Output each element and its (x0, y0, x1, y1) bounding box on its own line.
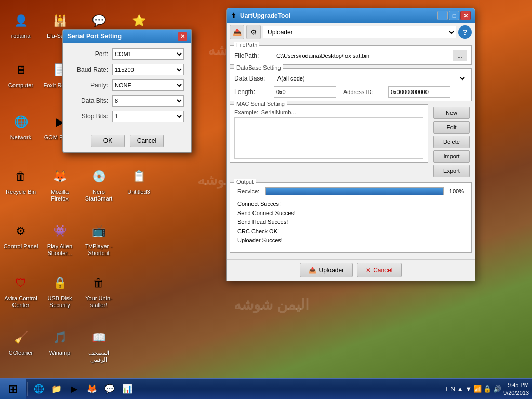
serial-cancel-button[interactable]: Cancel (130, 135, 164, 147)
filepath-input[interactable] (274, 50, 449, 61)
length-row: Length: Address ID: (234, 86, 467, 98)
alien-shooter-icon: 👾 (49, 221, 70, 242)
cancel-btn-label: Cancel (373, 267, 392, 274)
ela-salaty-icon: 🕌 (49, 10, 70, 31)
cancel-btn-icon: ✕ (366, 267, 371, 274)
length-label: Length: (234, 88, 271, 96)
volume-tray-icon[interactable]: 🔊 (493, 385, 501, 393)
port-row: Port: COM1 (71, 48, 184, 60)
security-tray-icon[interactable]: 🔒 (483, 385, 491, 393)
desktop-icon-ccleaner[interactable]: 🧹 CCleaner (3, 327, 39, 356)
desktop-icon-tvplayer[interactable]: 📺 TVPlayer - Shortcut (81, 221, 117, 257)
quran-label: المصحف الرقمي (81, 350, 117, 363)
maximize-button[interactable]: □ (449, 11, 459, 20)
desktop-icon-uninstaller[interactable]: 🗑 Your Unin-staller! (81, 273, 117, 309)
edit-button[interactable]: Edit (433, 121, 470, 134)
filepath-browse-button[interactable]: ... (453, 50, 467, 61)
help-button[interactable]: ? (458, 25, 472, 39)
mode-select[interactable]: Uploader (263, 26, 456, 38)
clock: 9:45 PM 9/20/2013 (503, 381, 529, 396)
taskbar-skype-icon[interactable]: 💬 (101, 381, 118, 397)
uploader-button[interactable]: 📤 Uploader (300, 263, 353, 277)
taskbar-divider-1 (27, 382, 28, 396)
desktop-icon-firefox[interactable]: 🦊 Mozilla Firefox (42, 166, 78, 202)
serial-dialog-close-button[interactable]: ✕ (178, 32, 187, 41)
network-label: Network (3, 134, 39, 141)
desktop-icon-alien-shooter[interactable]: 👾 Play Alien Shooter... (42, 221, 78, 257)
desktop-icon-untitled3[interactable]: 📋 Untitled3 (121, 166, 157, 195)
taskbar-folder-icon[interactable]: 📁 (48, 381, 65, 397)
parity-label: Parity: (71, 82, 108, 89)
nero-label: Nero StartSmart (81, 189, 117, 202)
database-section: DataBase Setting Data Base: A(all code) … (230, 68, 472, 101)
parity-select[interactable]: NONE (112, 79, 184, 91)
mac-section: MAC Serial Setting Example: SerialNumb..… (230, 104, 428, 163)
desktop-icon-computer[interactable]: 🖥 Computer (3, 60, 39, 89)
ccleaner-label: CCleaner (3, 350, 39, 356)
start-button[interactable]: ⊞ (0, 379, 26, 400)
alien-shooter-label: Play Alien Shooter... (42, 243, 78, 257)
uart-content: FilePath FilePath: ... DataBase Setting … (227, 42, 475, 259)
cancel-button[interactable]: ✕ Cancel (357, 263, 401, 277)
output-section-label: Output (234, 179, 256, 185)
serial-ok-button[interactable]: OK (91, 135, 125, 147)
desktop-icon-control-panel[interactable]: ⚙ Control Panel (3, 221, 39, 250)
desktop-icon-usb-security[interactable]: 🔒 USB Disk Security (42, 273, 78, 309)
rodaina-label: rodaina (3, 33, 39, 39)
recycle-bin-icon: 🗑 (10, 166, 31, 187)
parity-row: Parity: NONE (71, 79, 184, 91)
minimize-button[interactable]: ─ (437, 11, 448, 20)
stopbits-row: Stop Bits: 1 (71, 111, 184, 122)
mac-and-buttons: MAC Serial Setting Example: SerialNumb..… (230, 104, 472, 179)
firefox-label: Mozilla Firefox (42, 189, 78, 202)
arrow-up-icon: ▲ (457, 385, 463, 393)
export-button[interactable]: Export (433, 165, 470, 177)
baud-select[interactable]: 115200 (112, 64, 184, 75)
progress-bar-fill (266, 188, 443, 195)
stopbits-select[interactable]: 1 (112, 111, 184, 122)
mac-panel: MAC Serial Setting Example: SerialNumb..… (230, 104, 428, 179)
mac-list[interactable] (234, 117, 423, 159)
desktop-icon-nero[interactable]: 💿 Nero StartSmart (81, 166, 117, 202)
import-button[interactable]: Import (433, 150, 470, 163)
database-section-label: DataBase Setting (234, 64, 283, 71)
computer-icon: 🖥 (10, 60, 31, 81)
recycle-bin-label: Recycle Bin (3, 189, 39, 195)
winamp-icon: 🎵 (49, 327, 70, 348)
settings-icon-btn[interactable]: ⚙ (246, 25, 261, 39)
db-select[interactable]: A(all code) (274, 73, 467, 84)
address-input[interactable] (388, 86, 450, 98)
progress-row: Recvice: 100% (234, 185, 467, 197)
taskbar-office-icon[interactable]: 📊 (119, 381, 136, 397)
databits-select[interactable]: 8 (112, 95, 184, 107)
desktop-icon-quran[interactable]: 📖 المصحف الرقمي (81, 327, 117, 363)
taskbar: ⊞ 🌐 📁 ▶ 🦊 💬 📊 EN ▲ ▼ 📶 🔒 🔊 9:45 PM 9/20/… (0, 378, 532, 399)
desktop-icon-rodaina[interactable]: 👤 rodaina (3, 10, 39, 39)
taskbar-firefox-icon[interactable]: 🦊 (84, 381, 100, 397)
desktop-icon-network[interactable]: 🌐 Network (3, 112, 39, 141)
desktop-icon-avira[interactable]: 🛡 Avira Control Center (3, 273, 39, 309)
new-button[interactable]: New (433, 107, 470, 119)
untitled3-icon: 📋 (128, 166, 149, 187)
usb-security-icon: 🔒 (49, 273, 70, 294)
delete-button[interactable]: Delete (433, 136, 470, 148)
lang-indicator[interactable]: EN (446, 385, 455, 393)
upload-icon-btn[interactable]: 📤 (230, 25, 244, 39)
taskbar-ie-icon[interactable]: 🌐 (31, 381, 47, 397)
uart-titlebar: ⬆ UartUpgradeTool ─ □ ✕ (227, 8, 475, 23)
system-tray: EN ▲ ▼ 📶 🔒 🔊 (446, 385, 501, 393)
quran-icon: 📖 (88, 327, 109, 348)
mac-example-value: SerialNumb... (261, 109, 296, 115)
network-tray-icon[interactable]: 📶 (473, 385, 482, 393)
side-buttons: New Edit Delete Import Export (431, 104, 472, 179)
desktop-icon-winamp[interactable]: 🎵 Winamp (42, 327, 78, 356)
serial-dialog-titlebar: Serial Port Setting ✕ (63, 30, 191, 43)
length-input[interactable] (274, 86, 336, 98)
firefox-icon: 🦊 (49, 166, 70, 187)
desktop-icon-recycle-bin[interactable]: 🗑 Recycle Bin (3, 166, 39, 195)
upload-btn-label: Uploader (318, 267, 344, 274)
taskbar-media-icon[interactable]: ▶ (66, 381, 83, 397)
close-button[interactable]: ✕ (460, 11, 471, 20)
port-select[interactable]: COM1 (112, 48, 184, 60)
ccleaner-icon: 🧹 (10, 327, 31, 348)
